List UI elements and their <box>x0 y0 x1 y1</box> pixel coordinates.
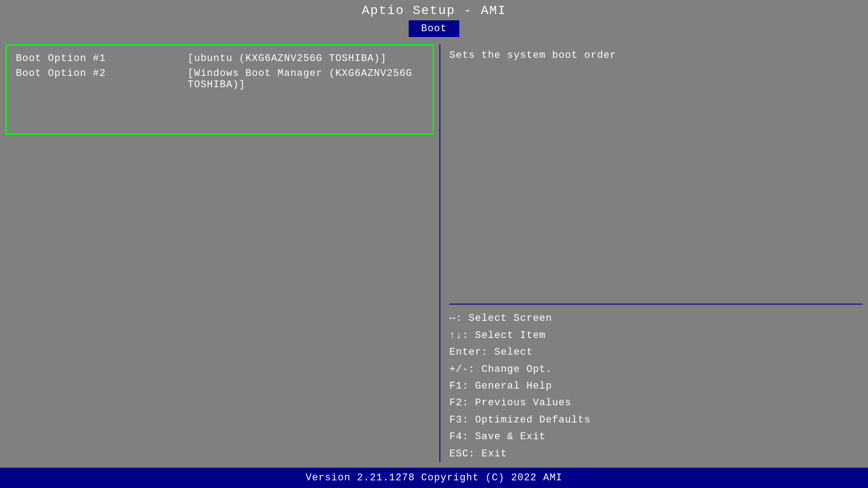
key-bindings: ↔: Select Screen↑↓: Select ItemEnter: Se… <box>449 310 863 462</box>
key-binding-row: F1: General Help <box>449 378 863 394</box>
help-text: Sets the system boot order <box>449 44 863 298</box>
key-binding-row: ↔: Select Screen <box>449 310 863 327</box>
right-panel: Sets the system boot order ↔: Select Scr… <box>440 44 863 462</box>
key-binding-row: F4: Save & Exit <box>449 428 863 445</box>
key-binding-row: Enter: Select <box>449 344 863 361</box>
app-title: Aptio Setup - AMI <box>0 4 868 18</box>
key-binding-row: ↑↓: Select Item <box>449 327 863 344</box>
tab-boot[interactable]: Boot <box>409 20 460 37</box>
key-binding-row: ESC: Exit <box>449 446 863 462</box>
boot-option-2-label: Boot Option #2 <box>16 68 188 90</box>
main-content: Boot Option #1 [ubuntu (KXG6AZNV256G TOS… <box>0 37 868 468</box>
boot-option-row-2[interactable]: Boot Option #2 [Windows Boot Manager (KX… <box>16 68 424 90</box>
key-binding-row: F2: Previous Values <box>449 394 863 411</box>
tab-bar: Boot <box>0 18 868 37</box>
title-bar: Aptio Setup - AMI <box>0 0 868 18</box>
boot-option-2-value: [Windows Boot Manager (KXG6AZNV256G TOSH… <box>188 68 424 90</box>
left-panel: Boot Option #1 [ubuntu (KXG6AZNV256G TOS… <box>5 44 439 462</box>
key-binding-row: F3: Optimized Defaults <box>449 412 863 428</box>
boot-option-row-1[interactable]: Boot Option #1 [ubuntu (KXG6AZNV256G TOS… <box>16 53 424 64</box>
boot-options-box: Boot Option #1 [ubuntu (KXG6AZNV256G TOS… <box>5 44 434 135</box>
boot-option-1-value: [ubuntu (KXG6AZNV256G TOSHIBA)] <box>188 53 424 64</box>
boot-option-1-label: Boot Option #1 <box>16 53 188 64</box>
footer-text: Version 2.21.1278 Copyright (C) 2022 AMI <box>306 472 562 483</box>
help-divider <box>449 304 863 305</box>
key-binding-row: +/-: Change Opt. <box>449 361 863 378</box>
footer: Version 2.21.1278 Copyright (C) 2022 AMI <box>0 468 868 488</box>
